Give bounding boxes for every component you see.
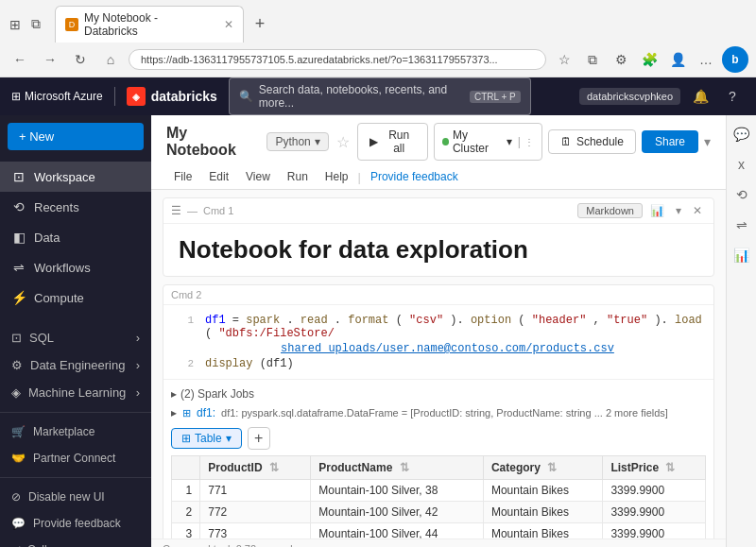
cell-1-close[interactable]: ✕ bbox=[689, 202, 706, 219]
right-panel: 💬 x ⟲ ⇌ 📊 bbox=[726, 115, 756, 547]
extensions-icon[interactable]: 🧩 bbox=[637, 47, 662, 72]
new-tab-button[interactable]: + bbox=[248, 12, 272, 37]
active-tab[interactable]: D My Notebook - Databricks ✕ bbox=[55, 6, 244, 43]
table-cell: 3399.9900 bbox=[603, 523, 706, 539]
home-button[interactable]: ⌂ bbox=[98, 47, 123, 72]
sidebar-item-workspace[interactable]: ⊡ Workspace bbox=[0, 162, 151, 192]
notebook-title-row: My Notebook Python ▾ ☆ ▶ Run all My C bbox=[166, 123, 711, 161]
right-panel-variables[interactable]: x bbox=[730, 153, 753, 176]
browser-icons: ⊞ ⧉ bbox=[8, 17, 43, 32]
menu-help[interactable]: Help bbox=[318, 166, 356, 187]
menu-file[interactable]: File bbox=[166, 166, 199, 187]
sidebar-item-sql[interactable]: ⊡ SQL › bbox=[0, 324, 151, 351]
profile-icon[interactable]: 👤 bbox=[665, 47, 690, 72]
tab-title: My Notebook - Databricks bbox=[84, 11, 215, 38]
cluster-selector[interactable]: My Cluster ▾ | ⋮ bbox=[434, 123, 542, 161]
cell-1-settings[interactable]: ▾ bbox=[672, 202, 685, 219]
cell-1-cmd: Cmd 1 bbox=[203, 205, 233, 216]
app: ⊞ Microsoft Azure ◈ databricks 🔍 Search … bbox=[0, 77, 756, 547]
cell-1-chart[interactable]: 📊 bbox=[646, 202, 668, 219]
cell-1: ☰ — Cmd 1 Markdown 📊 ▾ ✕ Notebook for da… bbox=[163, 197, 714, 277]
browser-icon-2[interactable]: ⧉ bbox=[28, 17, 43, 32]
menu-run[interactable]: Run bbox=[280, 166, 316, 187]
th-productname[interactable]: ProductName ⇅ bbox=[311, 456, 484, 480]
menu-view[interactable]: View bbox=[238, 166, 278, 187]
sidebar-item-compute[interactable]: ⚡ Compute bbox=[0, 282, 151, 313]
sidebar-item-machine-learning[interactable]: ◈ Machine Learning › bbox=[0, 379, 151, 406]
browser-chrome: ⊞ ⧉ D My Notebook - Databricks ✕ + ← → ↻… bbox=[0, 0, 756, 77]
help-icon[interactable]: ? bbox=[720, 84, 745, 109]
sidebar-item-provide-feedback[interactable]: 💬 Provide feedback bbox=[0, 510, 151, 537]
right-panel-comments[interactable]: 💬 bbox=[730, 123, 753, 145]
back-button[interactable]: ← bbox=[8, 47, 32, 72]
sidebar-item-data-engineering[interactable]: ⚙ Data Engineering › bbox=[0, 351, 151, 379]
sidebar-item-recents[interactable]: ⟲ Recents bbox=[0, 192, 151, 222]
row-num-cell: 1 bbox=[172, 480, 200, 502]
more-icon[interactable]: … bbox=[694, 47, 718, 72]
cell-1-type[interactable]: Markdown bbox=[577, 203, 643, 218]
sidebar-item-workflows[interactable]: ⇌ Workflows bbox=[0, 252, 151, 282]
df-info[interactable]: ▸ ⊞ df1: df1: pyspark.sql.dataframe.Data… bbox=[171, 402, 706, 423]
edge-button[interactable]: b bbox=[722, 46, 748, 73]
workspace-indicator[interactable]: databrickscvphkeo bbox=[579, 88, 680, 105]
schedule-button[interactable]: 🗓 Schedule bbox=[548, 129, 636, 154]
th-listprice[interactable]: ListPrice ⇅ bbox=[603, 456, 706, 480]
ml-icon: ◈ bbox=[11, 385, 21, 400]
code-text-2: display (df1) bbox=[205, 357, 294, 370]
cell-2: Cmd 2 1 df1 = spark . read . bbox=[163, 284, 714, 538]
th-productid[interactable]: ProductID ⇅ bbox=[200, 456, 311, 480]
cell-2-code: 1 df1 = spark . read . format ( "csv" bbox=[163, 305, 713, 379]
sidebar: + New ⊡ Workspace ⟲ Recents ◧ Data ⇌ Wor… bbox=[0, 115, 151, 547]
th-category[interactable]: Category ⇅ bbox=[483, 456, 602, 480]
search-icon: 🔍 bbox=[239, 90, 253, 103]
right-panel-diff[interactable]: ⇌ bbox=[730, 214, 753, 236]
cell-1-sidebar-toggle[interactable]: ☰ bbox=[171, 204, 181, 217]
tab-favicon: D bbox=[65, 18, 78, 31]
feedback-link[interactable]: Provide feedback bbox=[370, 170, 458, 183]
table-view-button[interactable]: ⊞ ProductID Table ▾ bbox=[171, 428, 242, 449]
browser-icon-1[interactable]: ⊞ bbox=[8, 17, 23, 32]
settings-icon[interactable]: ⚙ bbox=[609, 47, 633, 72]
spark-jobs[interactable]: ▸ (2) Spark Jobs bbox=[171, 385, 706, 402]
sidebar-item-collapse-menu[interactable]: ◁ Collapse menu bbox=[0, 537, 151, 547]
new-button[interactable]: + New bbox=[8, 123, 144, 150]
search-shortcut: CTRL + P bbox=[470, 91, 521, 103]
databricks-icon: ◈ bbox=[127, 87, 146, 106]
collections-icon[interactable]: ⧉ bbox=[580, 47, 605, 72]
star-icon[interactable]: ☆ bbox=[552, 47, 576, 72]
right-panel-history[interactable]: ⟲ bbox=[730, 183, 753, 206]
menu-edit[interactable]: Edit bbox=[201, 166, 236, 187]
tab-close-button[interactable]: ✕ bbox=[224, 18, 233, 31]
feedback-icon: 💬 bbox=[11, 517, 26, 530]
ml-chevron: › bbox=[136, 385, 140, 400]
right-panel-chart[interactable]: 📊 bbox=[730, 244, 753, 266]
sidebar-item-disable-new-ui[interactable]: ⊘ Disable new UI bbox=[0, 484, 151, 510]
run-icon: ▶ bbox=[369, 135, 378, 148]
language-selector[interactable]: Python ▾ bbox=[266, 132, 328, 151]
cell-1-collapse[interactable]: — bbox=[187, 205, 198, 216]
add-visualization-button[interactable]: + bbox=[248, 427, 270, 450]
sidebar-item-data[interactable]: ◧ Data bbox=[0, 222, 151, 252]
notebook-header: My Notebook Python ▾ ☆ ▶ Run all My C bbox=[151, 115, 726, 190]
header-chevron[interactable]: ▾ bbox=[704, 134, 711, 149]
search-bar[interactable]: 🔍 Search data, notebooks, recents, and m… bbox=[229, 77, 531, 115]
tab-bar: ⊞ ⧉ D My Notebook - Databricks ✕ + bbox=[0, 0, 756, 43]
markdown-heading: Notebook for data exploration bbox=[179, 235, 698, 265]
run-all-button[interactable]: ▶ Run all bbox=[357, 123, 428, 161]
code-line-cont: shared_uploads/user.name@contoso.com/pro… bbox=[163, 341, 713, 356]
sidebar-item-partner-connect[interactable]: 🤝 Partner Connect bbox=[0, 445, 151, 471]
refresh-button[interactable]: ↻ bbox=[68, 47, 93, 72]
bell-icon[interactable]: 🔔 bbox=[688, 84, 713, 109]
table-header-row: ProductID ⇅ ProductName ⇅ Ca bbox=[172, 456, 706, 480]
table-cell: Mountain Bikes bbox=[483, 523, 602, 539]
sidebar-item-marketplace[interactable]: 🛒 Marketplace bbox=[0, 419, 151, 445]
share-button[interactable]: Share bbox=[642, 130, 698, 153]
table-cell: 773 bbox=[200, 523, 311, 539]
forward-button[interactable]: → bbox=[38, 47, 62, 72]
topbar-right: databrickscvphkeo 🔔 ? bbox=[579, 84, 745, 109]
star-button[interactable]: ☆ bbox=[336, 133, 350, 151]
collapse-icon: ◁ bbox=[11, 543, 20, 547]
data-icon: ◧ bbox=[11, 230, 26, 245]
url-input[interactable]: https://adb-1363117955737105.5.azuredata… bbox=[129, 49, 546, 70]
cluster-options[interactable]: ⋮ bbox=[524, 137, 534, 147]
